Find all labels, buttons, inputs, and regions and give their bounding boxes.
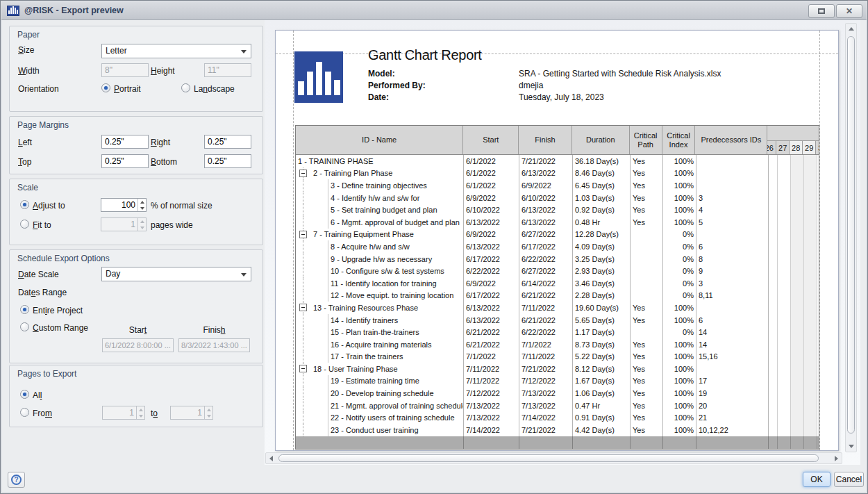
stepper-arrows[interactable] [204, 406, 212, 419]
paper-height-field[interactable] [204, 63, 251, 77]
paper-group-title: Paper [17, 30, 40, 40]
adjust-to-radio[interactable] [20, 200, 29, 209]
preview-vertical-scrollbar[interactable] [845, 23, 857, 452]
entire-project-radio[interactable] [20, 305, 29, 314]
model-label: Model: [368, 69, 395, 79]
cell-critical-index: 100% [663, 179, 696, 192]
custom-range-radio[interactable] [20, 322, 29, 331]
cell-critical-index: 0% [663, 253, 696, 265]
cell-predecessors: 8,11 [696, 290, 769, 302]
gantt-day-cells [769, 326, 819, 338]
scroll-left-icon[interactable] [266, 453, 276, 463]
cell-start: 6/13/2022 [464, 216, 519, 229]
schedule-group-title: Schedule Export Options [17, 254, 110, 263]
cell-critical-path [631, 265, 663, 277]
help-button[interactable]: ? [8, 472, 25, 488]
table-row: 8 - Acquire h/w and s/w6/13/20226/17/202… [296, 240, 819, 253]
fit-pages-stepper[interactable] [101, 217, 147, 231]
stepper-down-icon [207, 415, 211, 418]
cell-duration: 0.92 Day(s) [573, 204, 631, 216]
adjust-percent-value[interactable] [101, 199, 137, 211]
cell-start: 7/11/2022 [464, 363, 519, 375]
custom-finish-field[interactable] [178, 338, 250, 352]
report-title: Gantt Chart Report [368, 47, 482, 63]
cell-critical-path [631, 277, 663, 290]
stepper-arrows[interactable] [137, 218, 146, 231]
report-date-value: Tuesday, July 18, 2023 [519, 92, 604, 102]
from-page-value[interactable] [103, 406, 136, 419]
from-page-stepper[interactable] [102, 406, 145, 420]
risk-barchart-icon [7, 6, 19, 16]
chevron-down-icon [241, 50, 247, 53]
to-page-value[interactable] [171, 406, 204, 419]
bottom-margin-field[interactable] [204, 154, 251, 168]
right-margin-field[interactable] [204, 135, 251, 149]
horizontal-scroll-thumb[interactable] [278, 454, 819, 462]
cell-finish: 6/14/2022 [519, 277, 573, 290]
landscape-label[interactable]: Landscape [194, 84, 235, 94]
col-header-finish: Finish [519, 126, 572, 154]
adjust-percent-stepper[interactable] [101, 198, 147, 212]
date-scale-select[interactable]: Day [101, 267, 251, 281]
from-pages-radio[interactable] [20, 408, 29, 417]
table-row: 2 - Training Plan Phase6/1/20226/13/2022… [296, 167, 819, 180]
col-header-id-name: ID - Name [296, 126, 463, 154]
cell-predecessors [696, 167, 769, 180]
close-button[interactable]: ✕ [836, 4, 862, 18]
to-page-stepper[interactable] [170, 406, 213, 420]
landscape-radio[interactable] [181, 83, 190, 92]
cell-id-name: 2 - Training Plan Phase [296, 167, 464, 180]
stepper-arrows[interactable] [136, 406, 144, 419]
right-margin-guide [819, 31, 820, 450]
cell-predecessors: 5 [696, 216, 769, 229]
table-row: 1 - TRAINING PHASE6/1/20227/21/202236.18… [296, 155, 819, 167]
cell-duration: 0.47 Hr [573, 400, 631, 412]
scroll-right-icon[interactable] [831, 453, 842, 463]
vertical-scroll-thumb[interactable] [847, 36, 855, 434]
maximize-button[interactable] [808, 4, 835, 18]
preview-horizontal-scrollbar[interactable] [265, 452, 842, 464]
portrait-label[interactable]: Portrait [114, 84, 141, 94]
scroll-up-icon[interactable] [846, 24, 856, 34]
paper-size-select[interactable]: Letter [101, 44, 251, 58]
cell-critical-index: 100% [663, 387, 696, 400]
cell-id-name: 10 - Configure s/w & test systems [296, 265, 464, 277]
cell-duration: 0.48 Hr [573, 216, 631, 229]
custom-start-field[interactable] [102, 338, 174, 352]
cell-predecessors: 9 [696, 265, 769, 277]
top-margin-field[interactable] [101, 154, 149, 168]
cell-start: 7/1/2022 [464, 351, 519, 363]
cell-start: 6/21/2022 [464, 338, 519, 351]
adjust-to-label[interactable]: Adjust to [33, 201, 65, 211]
left-margin-field[interactable] [101, 135, 149, 149]
fit-to-label[interactable]: Fit to [33, 220, 51, 230]
cell-start: 6/22/2022 [464, 265, 519, 277]
cancel-button[interactable]: Cancel [834, 472, 864, 487]
scroll-down-icon[interactable] [846, 441, 856, 452]
portrait-radio[interactable] [101, 83, 110, 92]
fit-to-radio[interactable] [20, 220, 29, 229]
all-pages-radio[interactable] [20, 390, 29, 399]
table-row: 3 - Define training objectives6/1/20226/… [296, 179, 819, 192]
start-label: Start [102, 325, 174, 335]
cell-critical-path: Yes [631, 387, 663, 400]
cell-predecessors: 15,16 [696, 351, 769, 363]
width-label: Width [18, 66, 40, 76]
titlebar[interactable]: @RISK - Export preview ✕ [1, 1, 867, 20]
export-preview-dialog: @RISK - Export preview ✕ Paper Size Lett… [0, 0, 868, 494]
band-cell [696, 436, 769, 450]
ok-button[interactable]: OK [803, 472, 831, 487]
from-pages-label[interactable]: From [33, 409, 52, 418]
cell-predecessors: 6 [696, 240, 769, 253]
custom-range-label[interactable]: Custom Range [33, 323, 88, 333]
entire-project-label[interactable]: Entire Project [33, 306, 83, 315]
all-pages-label[interactable]: All [33, 390, 42, 400]
paper-width-field[interactable] [101, 63, 149, 77]
fit-pages-value[interactable] [101, 218, 137, 231]
stepper-arrows[interactable] [137, 199, 146, 211]
cell-duration: 2.28 Day(s) [573, 290, 631, 302]
cell-id-name: 22 - Notify users of training schedule [296, 411, 464, 424]
stepper-down-icon [140, 207, 144, 210]
margins-group-title: Page Margins [17, 120, 69, 130]
col-header-critical-path: Critical Path [630, 126, 662, 154]
